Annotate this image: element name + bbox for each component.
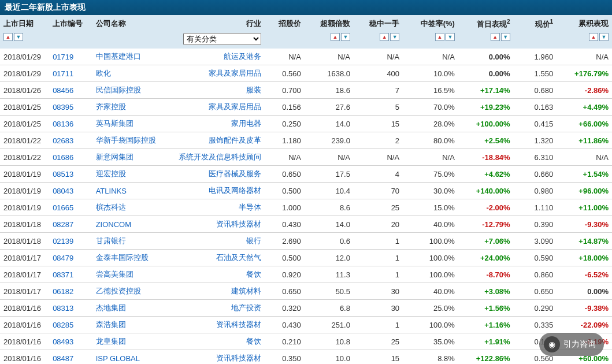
sort-oversub[interactable]: ▲▼ <box>331 33 350 41</box>
cell-industry[interactable]: 系统开发及信息科技顾问 <box>172 149 265 166</box>
cell-industry[interactable]: 电讯及网络器材 <box>172 183 265 199</box>
cell-code[interactable]: 08313 <box>49 300 92 317</box>
cell-name[interactable]: 龙皇集团 <box>92 333 172 350</box>
cell-name[interactable]: 尝高美集团 <box>92 266 172 283</box>
cell-price: 6.310 <box>514 149 557 166</box>
sort-firstday[interactable]: ▲▼ <box>491 33 510 41</box>
cell-oversub: 11.3 <box>305 266 354 283</box>
industry-filter[interactable]: 有关分类 <box>183 33 261 45</box>
cell-onelot: 1 <box>354 266 403 283</box>
cell-name[interactable]: 英马斯集团 <box>92 116 172 132</box>
cell-name[interactable]: 森浩集团 <box>92 317 172 333</box>
cell-code[interactable]: 08043 <box>49 183 92 199</box>
cell-firstday: 0.00% <box>458 49 514 65</box>
cell-name[interactable]: ZIONCOM <box>92 216 172 233</box>
table-row: 2018/01/1608493龙皇集团餐饮0.21010.82535.0%+1.… <box>0 333 612 350</box>
cell-industry[interactable]: 航运及港务 <box>172 49 265 65</box>
cell-winrate: N/A <box>403 49 458 65</box>
cell-cumulative: 0.00% <box>557 283 612 300</box>
cell-code[interactable]: 08395 <box>49 99 92 116</box>
cell-industry[interactable]: 家具及家居用品 <box>172 99 265 116</box>
cell-name[interactable]: 华新手袋国际控股 <box>92 132 172 149</box>
cell-name[interactable]: 民信国际控股 <box>92 82 172 99</box>
cell-onelot: 2 <box>354 132 403 149</box>
cell-name[interactable]: 齐家控股 <box>92 99 172 116</box>
cell-industry[interactable]: 资讯科技器材 <box>172 216 265 233</box>
cell-industry[interactable]: 建筑材料 <box>172 283 265 300</box>
cell-name[interactable]: 槟杰科达 <box>92 199 172 216</box>
cell-name[interactable]: 甘肃银行 <box>92 233 172 250</box>
cell-offerprice: 1.180 <box>265 132 305 149</box>
cell-firstday: +17.14% <box>458 82 514 99</box>
cell-code[interactable]: 01719 <box>49 49 92 65</box>
cell-code[interactable]: 08456 <box>49 82 92 99</box>
cell-price: 0.290 <box>514 300 557 317</box>
cell-code[interactable]: 02683 <box>49 132 92 149</box>
cell-code[interactable]: 08479 <box>49 250 92 266</box>
cell-name[interactable]: 欧化 <box>92 65 172 82</box>
title-bar: 最近二年新股上市表现 <box>0 0 612 15</box>
cell-code[interactable]: 08287 <box>49 216 92 233</box>
cell-code[interactable]: 08136 <box>49 116 92 132</box>
cell-name[interactable]: 中国基建港口 <box>92 49 172 65</box>
sort-asc-icon: ▲ <box>331 33 340 41</box>
cell-industry[interactable]: 服饰配件及皮革 <box>172 132 265 149</box>
cell-name[interactable]: 乙德投资控股 <box>92 283 172 300</box>
cell-code[interactable]: 08487 <box>49 350 92 364</box>
cell-industry[interactable]: 半导体 <box>172 199 265 216</box>
cell-industry[interactable]: 资讯科技器材 <box>172 350 265 364</box>
cell-industry[interactable]: 家用电器 <box>172 116 265 132</box>
cell-code[interactable]: 08371 <box>49 266 92 283</box>
watermark: ◉ 引力咨询 <box>539 333 604 356</box>
cell-name[interactable]: 金泰丰国际控股 <box>92 250 172 266</box>
cell-oversub: 239.0 <box>305 132 354 149</box>
cell-code[interactable]: 06182 <box>49 283 92 300</box>
cell-name[interactable]: ISP GLOBAL <box>92 350 172 364</box>
cell-offerprice: 0.920 <box>265 266 305 283</box>
cell-code[interactable]: 02139 <box>49 233 92 250</box>
sort-cumulative[interactable]: ▲▼ <box>589 33 609 41</box>
cell-date: 2018/01/25 <box>0 116 49 132</box>
sort-asc-icon: ▲ <box>589 33 598 41</box>
cell-code[interactable]: 01711 <box>49 65 92 82</box>
cell-industry[interactable]: 银行 <box>172 233 265 250</box>
cell-industry[interactable]: 服装 <box>172 82 265 99</box>
cell-firstday: +1.16% <box>458 317 514 333</box>
cell-price: 0.163 <box>514 99 557 116</box>
cell-onelot: 15 <box>354 350 403 364</box>
cell-winrate: 100.0% <box>403 317 458 333</box>
cell-industry[interactable]: 家具及家居用品 <box>172 65 265 82</box>
cell-industry[interactable]: 餐饮 <box>172 333 265 350</box>
cell-firstday: +7.06% <box>458 233 514 250</box>
cell-oversub: 14.0 <box>305 216 354 233</box>
sort-date[interactable]: ▲▼ <box>3 33 23 41</box>
sort-desc-icon: ▼ <box>599 33 609 41</box>
cell-date: 2018/01/19 <box>0 199 49 216</box>
cell-name[interactable]: 迎宏控股 <box>92 166 172 183</box>
cell-industry[interactable]: 医疗器械及服务 <box>172 166 265 183</box>
sort-desc-icon: ▼ <box>14 33 23 41</box>
ipo-table: 上市日期 上市编号 公司名称 行业 招股价 超额倍数 稳中一手 中签率(%) 首… <box>0 15 612 364</box>
cell-name[interactable]: ATLINKS <box>92 183 172 199</box>
cell-code[interactable]: 01686 <box>49 149 92 166</box>
cell-date: 2018/01/26 <box>0 82 49 99</box>
cell-industry[interactable]: 地产投资 <box>172 300 265 317</box>
cell-code[interactable]: 08285 <box>49 317 92 333</box>
cell-name[interactable]: 新意网集团 <box>92 149 172 166</box>
col-code: 上市编号 <box>49 15 92 31</box>
cell-industry[interactable]: 石油及天然气 <box>172 250 265 266</box>
cell-industry[interactable]: 餐饮 <box>172 266 265 283</box>
cell-date: 2018/01/16 <box>0 300 49 317</box>
sort-onelot[interactable]: ▲▼ <box>380 33 399 41</box>
sort-winrate[interactable]: ▲▼ <box>435 33 455 41</box>
cell-name[interactable]: 杰地集团 <box>92 300 172 317</box>
sort-asc-icon: ▲ <box>3 33 13 41</box>
cell-code[interactable]: 08513 <box>49 166 92 183</box>
cell-code[interactable]: 08493 <box>49 333 92 350</box>
cell-onelot: 30 <box>354 300 403 317</box>
cell-winrate: 25.0% <box>403 300 458 317</box>
cell-code[interactable]: 01665 <box>49 199 92 216</box>
cell-cumulative: +14.87% <box>557 233 612 250</box>
cell-date: 2018/01/16 <box>0 350 49 364</box>
cell-industry[interactable]: 资讯科技器材 <box>172 317 265 333</box>
